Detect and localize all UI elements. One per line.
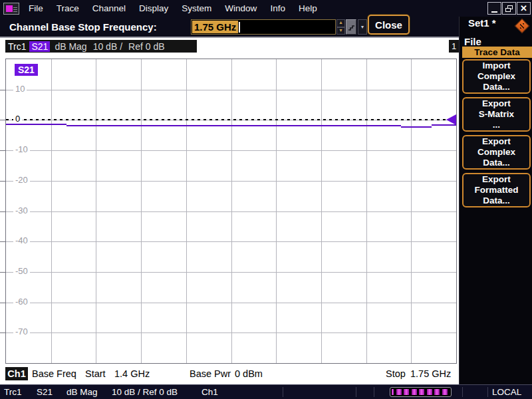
minimize-button[interactable] (487, 2, 501, 15)
start-value: 1.4 GHz (114, 367, 150, 380)
trace-line-segment (66, 125, 401, 126)
value-spinner: ▲ ▼ (336, 19, 345, 35)
y-axis-tick (0, 241, 5, 242)
y-axis-label: -20 (13, 175, 30, 185)
sidebar-section-header: Trace Data (462, 47, 532, 58)
horizontal-gridline (6, 272, 456, 273)
softkey-label-line: ... (493, 120, 500, 130)
frequency-input[interactable]: 1.75 GHz (191, 19, 336, 35)
menu-item-file[interactable]: File (22, 1, 50, 16)
horizontal-gridline (6, 150, 456, 151)
session-name: Set1 * (468, 17, 496, 29)
text-caret (239, 22, 240, 33)
menu-item-system[interactable]: System (175, 1, 218, 16)
app-icon (3, 3, 19, 15)
menu-bar: FileTraceChannelDisplaySystemWindowInfoH… (22, 1, 324, 16)
unit-dropdown-button[interactable]: ▼ (358, 19, 367, 35)
diagram-area[interactable]: S21 100-10-20-30-40-50-60-70 (5, 59, 457, 364)
stop-value: 1.75 GHz (410, 367, 451, 380)
horizontal-gridline (6, 181, 456, 182)
status-scale-ref: 10 dB / Ref 0 dB (112, 387, 178, 398)
y-axis-label: 10 (13, 84, 27, 94)
y-axis-label: -50 (13, 266, 30, 276)
y-axis-label: -70 (13, 327, 30, 336)
minimize-icon (491, 11, 497, 13)
softkey-label-line: Complex (477, 71, 515, 82)
progress-segment (442, 389, 448, 395)
progress-segment (412, 389, 417, 395)
close-entry-button[interactable]: Close (368, 15, 410, 35)
y-axis-label: -40 (13, 235, 30, 245)
softkey-export-formatted-data[interactable]: ExportFormattedData... (462, 173, 531, 207)
y-axis-tick (0, 150, 5, 151)
close-window-button[interactable]: ✕ (517, 2, 531, 15)
softkey-sidebar: Set1 * File Trace Data ImportComplexData… (459, 17, 532, 384)
menu-item-channel[interactable]: Channel (86, 1, 132, 16)
stop-label: Stop (386, 367, 406, 380)
reference-level-marker-icon[interactable] (446, 114, 456, 125)
progress-segment (427, 389, 432, 395)
menu-item-window[interactable]: Window (218, 1, 263, 16)
status-channel: Ch1 (201, 387, 218, 398)
step-size-button[interactable] (346, 19, 356, 35)
horizontal-gridline (6, 211, 456, 212)
progress-segment (419, 389, 424, 395)
y-axis-tick (0, 272, 5, 273)
remote-local-state: LOCAL (492, 387, 521, 398)
y-axis-tick (0, 90, 5, 90)
entry-bar: Channel Base Stop Frequency: 1.75 GHz ▲ … (0, 17, 459, 37)
menu-item-help[interactable]: Help (292, 1, 324, 16)
softkey-label-line: Export (482, 98, 511, 109)
start-label: Start (85, 367, 106, 380)
softkey-label-line: Formatted (474, 185, 518, 196)
y-axis-label: 0 (13, 114, 22, 124)
title-menu-bar: FileTraceChannelDisplaySystemWindowInfoH… (0, 0, 532, 17)
close-window-icon: ✕ (520, 4, 527, 13)
softkey-import-complex-data[interactable]: ImportComplexData... (462, 59, 531, 94)
horizontal-gridline (6, 303, 456, 303)
sidebar-menu-path: File (464, 36, 481, 47)
horizontal-gridline (6, 241, 456, 242)
status-bar: Trc1 S21 dB Mag 10 dB / Ref 0 dB Ch1 LOC… (0, 384, 532, 399)
softkey-button-list: ImportComplexData...ExportS-Matrix...Exp… (462, 59, 531, 211)
softkey-label-line: Data... (483, 158, 510, 168)
status-parameter: S21 (37, 387, 53, 398)
y-axis-label: -10 (13, 144, 30, 154)
softkey-label-line: Data... (483, 196, 510, 206)
base-pwr-value: 0 dBm (235, 367, 263, 380)
y-axis-tick (0, 211, 5, 212)
status-separator (462, 387, 463, 397)
trace-info-bar[interactable]: Trc1 S21 dB Mag 10 dB / Ref 0 dB (5, 40, 197, 53)
softkey-label-line: Import (483, 61, 511, 71)
softkey-export-s-matrix[interactable]: ExportS-Matrix... (462, 97, 531, 132)
horizontal-gridline (6, 332, 456, 333)
status-separator (356, 387, 356, 397)
channel-badge: Ch1 (5, 367, 28, 380)
softkey-label-line: Data... (483, 82, 510, 92)
softkey-label-line: Complex (477, 147, 515, 158)
status-format: dB Mag (66, 387, 98, 398)
softkey-label-line: Export (482, 136, 511, 147)
menu-item-display[interactable]: Display (132, 1, 175, 16)
y-axis-label: -60 (13, 297, 30, 307)
channel-info-bar: Ch1 Base Freq Start 1.4 GHz Base Pwr 0 d… (0, 364, 459, 383)
softkey-export-complex-data[interactable]: ExportComplexData... (462, 135, 531, 170)
y-axis-tick (0, 303, 5, 303)
y-axis-tick (0, 332, 5, 333)
reference-level-line (6, 119, 456, 120)
spinner-down-button[interactable]: ▼ (336, 27, 345, 35)
diagram-number-badge: 1 (449, 40, 459, 53)
menu-item-info[interactable]: Info (263, 1, 292, 16)
spinner-up-button[interactable]: ▲ (336, 19, 345, 27)
progress-segment (396, 389, 402, 395)
restore-icon (505, 5, 513, 12)
restore-button[interactable] (502, 2, 516, 15)
app-icon-buttons (13, 6, 17, 12)
progress-segment (404, 389, 409, 395)
y-axis-label: -30 (13, 205, 30, 215)
trace-reference: Ref 0 dB (128, 41, 164, 52)
entry-label: Channel Base Stop Frequency: (9, 21, 157, 33)
window-controls: ✕ (487, 2, 531, 15)
menu-item-trace[interactable]: Trace (50, 1, 86, 16)
app-icon-screen (6, 5, 13, 12)
